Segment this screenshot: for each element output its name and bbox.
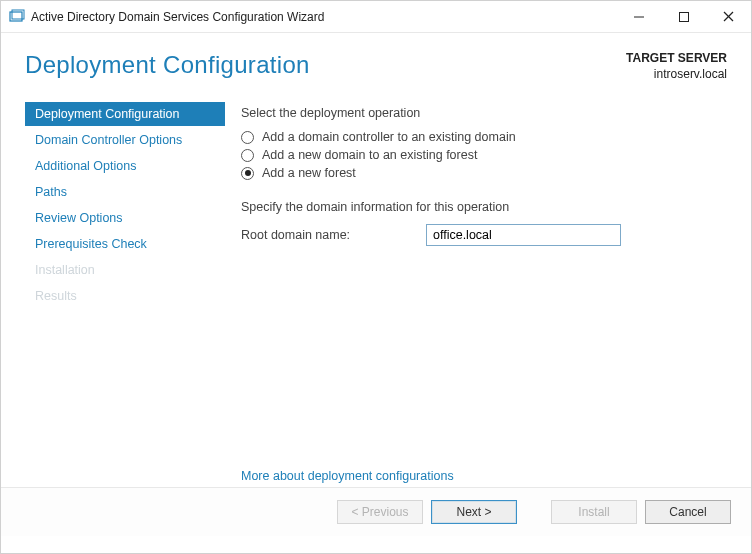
install-button: Install [551,500,637,524]
header: Deployment Configuration TARGET SERVER i… [1,33,751,92]
radio-add-domain-existing-forest[interactable]: Add a new domain to an existing forest [241,148,723,162]
minimize-button[interactable] [616,2,661,32]
radio-add-new-forest[interactable]: Add a new forest [241,166,723,180]
root-domain-input[interactable] [426,224,621,246]
operation-label: Select the deployment operation [241,106,723,120]
sidebar-item-prerequisites-check[interactable]: Prerequisites Check [25,232,225,256]
sidebar-item-installation: Installation [25,258,225,282]
more-about-link[interactable]: More about deployment configurations [241,469,454,483]
sidebar-item-domain-controller-options[interactable]: Domain Controller Options [25,128,225,152]
window-title: Active Directory Domain Services Configu… [31,10,324,24]
radio-label: Add a new forest [262,166,356,180]
radio-label: Add a domain controller to an existing d… [262,130,516,144]
radio-add-dc-existing-domain[interactable]: Add a domain controller to an existing d… [241,130,723,144]
app-icon [9,9,25,25]
cancel-button[interactable]: Cancel [645,500,731,524]
titlebar: Active Directory Domain Services Configu… [1,1,751,33]
sidebar-item-additional-options[interactable]: Additional Options [25,154,225,178]
next-button[interactable]: Next > [431,500,517,524]
radio-label: Add a new domain to an existing forest [262,148,477,162]
root-domain-label: Root domain name: [241,228,426,242]
target-server-block: TARGET SERVER introserv.local [626,51,727,82]
domain-info-label: Specify the domain information for this … [241,200,723,214]
maximize-button[interactable] [661,2,706,32]
sidebar: Deployment Configuration Domain Controll… [25,92,225,487]
previous-button: < Previous [337,500,423,524]
radio-icon [241,131,254,144]
sidebar-item-review-options[interactable]: Review Options [25,206,225,230]
content-pane: Select the deployment operation Add a do… [225,92,727,487]
svg-rect-3 [679,12,688,21]
sidebar-item-deployment-configuration[interactable]: Deployment Configuration [25,102,225,126]
radio-icon [241,167,254,180]
root-domain-row: Root domain name: [241,224,723,246]
close-button[interactable] [706,2,751,32]
sidebar-item-paths[interactable]: Paths [25,180,225,204]
radio-icon [241,149,254,162]
window-controls [616,2,751,32]
sidebar-item-results: Results [25,284,225,308]
target-server-value: introserv.local [626,67,727,83]
page-title: Deployment Configuration [25,51,310,79]
footer: < Previous Next > Install Cancel [1,487,751,536]
target-server-label: TARGET SERVER [626,51,727,67]
